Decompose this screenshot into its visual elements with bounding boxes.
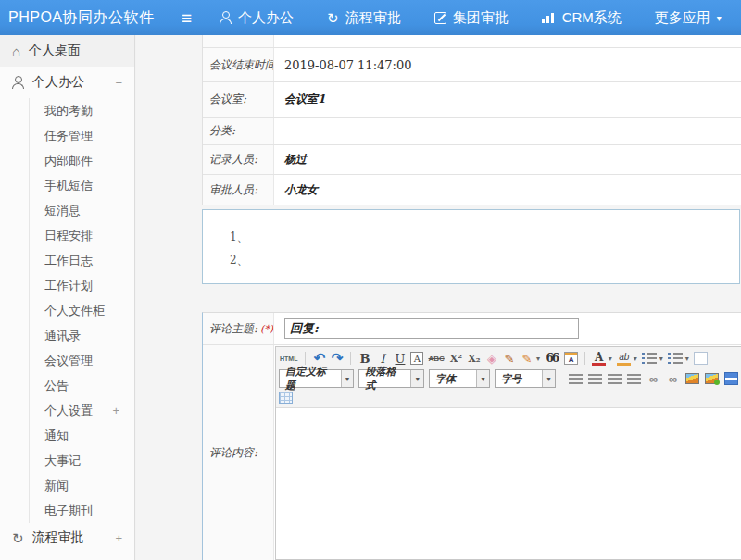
sidebar-item-news[interactable]: 新闻 (30, 473, 134, 498)
insert-table-button[interactable] (279, 392, 293, 404)
sidebar-item-personal-files[interactable]: 个人文件柜 (30, 298, 134, 323)
nav-process-approval[interactable]: ↻ 流程审批 (327, 9, 401, 27)
link-button[interactable]: ∞ (647, 370, 660, 387)
form-value-cell: 会议室1 (274, 82, 741, 117)
chevron-down-icon[interactable]: ▾ (410, 370, 423, 387)
image-button[interactable] (685, 373, 699, 384)
media-button[interactable] (724, 372, 738, 385)
sidebar-item-label: 个人办公 (32, 74, 84, 91)
sidebar-item-attendance[interactable]: 我的考勤 (30, 98, 134, 123)
unlink-button[interactable]: ∞ (666, 370, 680, 387)
toolbar-row-1: HTML ↶ ↷ B I (279, 348, 738, 368)
highlight-caret[interactable]: ▾ (632, 350, 638, 367)
comment-content-label-cell: 评论内容: (203, 345, 274, 560)
align-right-button[interactable] (608, 374, 622, 384)
font-color-caret[interactable]: ▾ (607, 350, 613, 367)
format-brush-button[interactable]: ✎ (503, 350, 517, 367)
table-row: 分类: (203, 118, 741, 145)
format-dropdown[interactable]: 字体 ▾ (429, 369, 490, 388)
sidebar-item-personal-office[interactable]: 个人办公 − (0, 67, 134, 98)
toolbar-row2-buttons: ∞ ∞ (569, 370, 738, 387)
collapse-icon[interactable]: − (115, 76, 122, 90)
superscript-button[interactable]: X² (449, 350, 463, 367)
comment-content-label: 评论内容: (209, 445, 257, 461)
new-document-button[interactable] (694, 352, 708, 365)
sidebar-item-personal-desktop[interactable]: ⌂ 个人桌面 (0, 35, 134, 67)
expand-icon[interactable]: + (115, 531, 122, 545)
chevron-down-icon[interactable]: ▾ (476, 370, 489, 387)
ordered-list-icon-button[interactable] (642, 353, 657, 364)
form-value-cell: 杨过 (274, 145, 741, 174)
chevron-down-icon: ▾ (717, 13, 722, 23)
comment-content-row: 评论内容: HTML ↶ ↷ (203, 345, 741, 560)
sidebar-item-major-events[interactable]: 大事记 (30, 448, 134, 473)
app-logo: PHPOA协同办公软件 (0, 8, 182, 28)
nav-label: 流程审批 (345, 9, 401, 27)
cycle-icon: ↻ (12, 531, 24, 545)
paste-from-word-button[interactable]: A (564, 352, 578, 365)
align-center-button[interactable] (588, 374, 602, 384)
format-dropdown[interactable]: 字号 ▾ (495, 369, 556, 388)
table-row: 会议室: 会议室1 (203, 82, 741, 118)
sidebar-item-e-journal[interactable]: 电子期刊 (30, 498, 134, 523)
sidebar-item-schedule[interactable]: 日程安排 (30, 223, 134, 248)
rich-text-editor: HTML ↶ ↷ B I (275, 346, 741, 560)
sidebar-item-mobile-sms[interactable]: 手机短信 (30, 173, 134, 198)
nav-more-apps[interactable]: 更多应用 ▾ (655, 9, 722, 27)
comment-subject-input[interactable] (284, 318, 579, 339)
text-color-button[interactable]: ✎ (521, 350, 534, 367)
align-left-button[interactable] (569, 374, 583, 384)
font-color-button[interactable]: A (592, 352, 606, 366)
hamburger-icon[interactable]: ≡ (182, 9, 192, 27)
align-justify-button[interactable] (627, 374, 641, 384)
sidebar-item-label: 个人文件柜 (44, 303, 105, 319)
strikethrough-button[interactable]: ABC (427, 350, 445, 367)
form-label: 审批人员: (203, 175, 274, 205)
sidebar-item-work-plan[interactable]: 工作计划 (30, 273, 134, 298)
person-icon (220, 11, 232, 24)
form-value: 2019-08-07 11:47:00 (284, 58, 411, 72)
format-dropdown[interactable]: 自定义标题 ▾ (279, 369, 354, 388)
sidebar-item-label: 任务管理 (44, 128, 93, 144)
toolbar-separator (350, 352, 351, 365)
editor-content-area[interactable] (276, 408, 741, 559)
sidebar-item-meeting-management[interactable]: 会议管理 (30, 348, 134, 373)
font-box-button[interactable]: A (410, 352, 423, 365)
nav-label: 集团审批 (453, 9, 509, 27)
sidebar-item-label: 新闻 (44, 478, 69, 494)
comment-subject-row: 评论主题: (*) (203, 313, 741, 345)
top-header: PHPOA协同办公软件 ≡ 个人办公 ↻ 流程审批 集团审批 CRM系统 更多应… (0, 0, 741, 35)
subscript-button[interactable]: X₂ (467, 350, 481, 367)
sidebar-item-announcement[interactable]: 公告 (30, 373, 134, 398)
toolbar-separator (584, 352, 585, 365)
dropdown-value: 字号 (496, 372, 542, 386)
sidebar-item-label: 工作日志 (44, 253, 93, 269)
form-label: 会议结束时间: (203, 48, 274, 81)
highlight-button[interactable]: ab (617, 352, 631, 366)
ordered-list-caret[interactable]: ▾ (658, 350, 664, 367)
eraser-button[interactable]: ◈ (485, 350, 499, 367)
toolbar-row-3 (279, 389, 738, 405)
nav-crm-system[interactable]: CRM系统 (542, 9, 622, 27)
net-image-button[interactable] (705, 373, 719, 384)
format-dropdown[interactable]: 段落格式 ▾ (358, 369, 424, 388)
blockquote-button[interactable]: 66 (546, 350, 561, 367)
nav-personal-office[interactable]: 个人办公 (220, 9, 294, 27)
sidebar-item-contacts[interactable]: 通讯录 (30, 323, 134, 348)
chevron-down-icon[interactable]: ▾ (542, 370, 555, 387)
sidebar-item-internal-mail[interactable]: 内部邮件 (30, 148, 134, 173)
sidebar-item-work-log[interactable]: 工作日志 (30, 248, 134, 273)
form-value-cell (274, 35, 741, 47)
form-label-cell (203, 35, 274, 47)
comment-subject-label: 评论主题: (209, 321, 257, 337)
unordered-list-caret[interactable]: ▾ (684, 350, 690, 367)
nav-group-approval[interactable]: 集团审批 (434, 9, 509, 27)
text-color-caret[interactable]: ▾ (535, 350, 542, 367)
sidebar-item-personal-settings[interactable]: 个人设置 + (30, 398, 134, 423)
sidebar-item-notice[interactable]: 通知 (30, 423, 134, 448)
unordered-list-icon-button[interactable] (668, 353, 683, 364)
sidebar-item-task-management[interactable]: 任务管理 (30, 123, 134, 148)
sidebar-item-process-approval[interactable]: ↻ 流程审批 + (0, 523, 134, 553)
chevron-down-icon[interactable]: ▾ (341, 370, 354, 387)
sidebar-item-short-message[interactable]: 短消息 (30, 198, 134, 223)
